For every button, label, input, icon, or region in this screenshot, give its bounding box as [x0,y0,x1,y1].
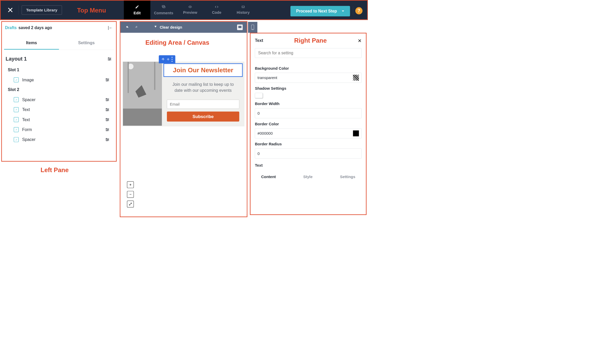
selection-toolbar[interactable] [159,55,175,63]
bg-color-field[interactable]: transparent [255,73,361,83]
move-icon[interactable] [162,58,165,61]
checkbox-icon[interactable]: ✓ [14,77,19,82]
border-width-label: Border Width [255,102,361,106]
drafts-link[interactable]: Drafts [5,25,17,30]
tab-comments-label: Comments [154,11,173,15]
svg-point-8 [108,80,108,80]
search-input[interactable] [255,48,361,58]
desktop-icon[interactable] [237,24,243,30]
fullscreen-button[interactable] [127,201,134,207]
transparent-swatch-icon[interactable] [353,75,359,81]
black-swatch-icon[interactable] [353,131,359,136]
slot-title-1: Slot 1 [4,65,114,75]
divider [18,5,19,15]
zoom-out-button[interactable]: − [127,191,134,198]
email-field[interactable] [167,100,239,109]
top-menu-bar: Template Library Top Menu Edit Comments … [0,0,368,20]
svg-point-26 [168,59,169,60]
bg-color-label: Background Color [255,66,361,70]
tree-item[interactable]: ✓ Text [4,105,114,115]
collapse-icon[interactable]: |← [108,25,113,30]
adjust-icon[interactable] [105,137,110,142]
svg-rect-30 [128,62,129,93]
close-icon[interactable] [5,5,15,15]
svg-point-15 [107,110,107,111]
tree-item-label: Text [22,107,101,112]
tab-comments[interactable]: Comments [150,1,177,19]
border-width-field[interactable]: 0 [255,108,361,118]
subtab-settings[interactable]: Settings [340,174,355,179]
subscribe-button[interactable]: Subscribe [167,112,239,121]
mobile-icon[interactable] [248,22,257,33]
zoom-in-button[interactable]: + [127,181,134,188]
adjust-icon[interactable] [105,107,110,113]
svg-point-10 [106,98,107,99]
tree-item-label: Text [22,117,101,122]
adjust-icon[interactable] [107,56,112,62]
adjust-icon[interactable] [105,127,110,133]
newsletter-subtitle: Join our mailing list to keep up to date… [162,79,244,98]
svg-point-6 [109,60,110,60]
border-radius-label: Border Radius [255,142,361,146]
checkbox-icon[interactable]: ✓ [14,137,19,142]
clear-design-button[interactable]: Clear design [153,25,182,30]
adjust-icon[interactable] [105,117,110,122]
border-color-field[interactable]: #000000 [255,128,361,138]
tree-item-label: Spacer [22,137,101,142]
chevron-down-icon [342,10,344,12]
svg-point-23 [108,139,108,140]
gear-icon[interactable] [167,58,170,61]
tree-item[interactable]: ✓ Spacer [4,135,114,145]
annotation-left-pane: Left Pane [41,167,69,174]
svg-point-18 [107,120,107,121]
preview-image[interactable] [123,62,162,126]
kebab-icon[interactable] [172,56,173,62]
text-section-label: Text [255,163,361,168]
svg-point-13 [106,108,107,109]
tree-item[interactable]: ✓ Text [4,115,114,125]
tree-item[interactable]: ✓ Spacer [4,95,114,105]
left-pane: Drafts saved 2 days ago |← Items Setting… [1,21,117,162]
tab-code[interactable]: Code [203,1,230,19]
svg-point-5 [110,58,111,59]
tab-preview[interactable]: Preview [177,1,203,19]
tab-edit[interactable]: Edit [124,1,150,19]
svg-point-2 [190,6,191,7]
svg-point-24 [107,140,107,141]
border-radius-value: 0 [258,151,260,156]
checkbox-icon[interactable]: ✓ [14,97,19,102]
border-color-label: Border Color [255,122,361,126]
close-icon[interactable]: ✕ [358,38,362,43]
subtab-style[interactable]: Style [303,174,312,179]
border-radius-field[interactable]: 0 [255,148,361,158]
preview-card[interactable]: Join Our Newsletter Join our mailing lis… [123,62,244,126]
svg-point-9 [107,81,107,81]
selected-text-block[interactable]: Join Our Newsletter [164,63,243,77]
adjust-icon[interactable] [105,77,110,83]
saved-time: saved 2 days ago [18,25,52,30]
subtab-content[interactable]: Content [261,174,276,179]
svg-point-21 [107,130,107,131]
shadow-settings-button[interactable] [255,93,263,98]
clear-design-label: Clear design [160,25,182,30]
left-tab-items[interactable]: Items [4,37,59,50]
undo-icon[interactable] [125,24,130,30]
svg-point-12 [107,100,107,101]
tree-item[interactable]: ✓ Image [4,75,114,85]
template-library-button[interactable]: Template Library [22,5,62,15]
svg-point-7 [106,79,107,79]
help-icon[interactable]: ? [355,7,363,15]
svg-point-4 [108,58,109,58]
svg-point-33 [252,29,253,29]
checkbox-icon[interactable]: ✓ [14,127,19,132]
adjust-icon[interactable] [105,97,110,103]
tab-history[interactable]: History [230,1,256,19]
svg-rect-25 [238,26,242,28]
svg-point-14 [108,109,108,110]
checkbox-icon[interactable]: ✓ [14,107,19,112]
tree-item[interactable]: ✓ Form [4,125,114,134]
redo-icon[interactable] [134,24,139,30]
left-tab-settings[interactable]: Settings [59,37,114,50]
checkbox-icon[interactable]: ✓ [14,117,19,122]
proceed-button[interactable]: Proceed to Next Step [290,6,350,16]
